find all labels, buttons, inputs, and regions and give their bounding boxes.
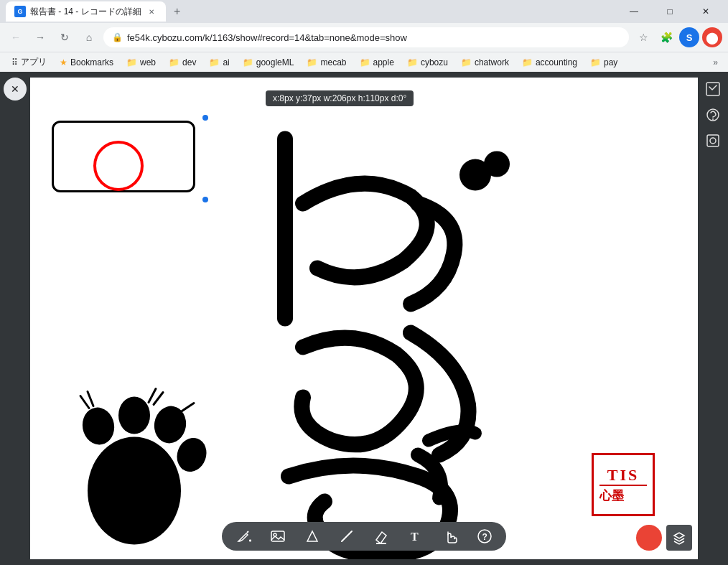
svg-line-17 (342, 531, 352, 541)
bookmark-apple[interactable]: 📁 apple (354, 55, 400, 70)
bookmark-label: mecab (320, 57, 346, 67)
hand-tool[interactable] (440, 526, 460, 546)
minimize-button[interactable]: — (617, 0, 650, 23)
window-controls: — □ ✕ (617, 0, 722, 23)
bookmark-label: アプリ (21, 56, 47, 68)
tooltip: x:8px y:37px w:206px h:110px d:0° (266, 90, 414, 106)
record-button[interactable] (636, 525, 662, 551)
tooltip-text: x:8px y:37px w:206px h:110px d:0° (273, 93, 406, 103)
title-bar: G 報告書 - 14 - レコードの詳細 ✕ + — □ ✕ (0, 0, 728, 23)
right-tool-1[interactable] (701, 78, 724, 101)
extensions-button[interactable]: 🧩 (656, 27, 676, 47)
svg-line-9 (154, 393, 163, 405)
new-tab-button[interactable]: + (169, 3, 186, 20)
svg-line-6 (80, 396, 89, 408)
bookmark-chatwork[interactable]: 📁 chatwork (455, 55, 515, 70)
svg-point-27 (710, 138, 716, 144)
line-tool[interactable] (337, 526, 357, 546)
reload-button[interactable]: ↻ (55, 27, 75, 47)
tab-close-button[interactable]: ✕ (146, 6, 157, 17)
svg-point-1 (484, 151, 510, 177)
address-bar-actions: ☆ 🧩 S ⬤ (633, 27, 722, 47)
bookmark-ai[interactable]: 📁 ai (203, 55, 235, 70)
folder-icon: 📁 (407, 57, 418, 67)
bookmark-googleml[interactable]: 📁 googleML (237, 55, 300, 70)
bookmark-dev[interactable]: 📁 dev (163, 55, 202, 70)
forward-button[interactable]: → (30, 27, 50, 47)
eraser-tool[interactable] (371, 526, 391, 546)
bookmark-bookmarks[interactable]: ★ Bookmarks (54, 55, 119, 70)
bookmark-label: googleML (256, 57, 294, 67)
pen-add-tool[interactable] (233, 526, 253, 546)
tab-title: 報告書 - 14 - レコードの詳細 (30, 6, 141, 18)
folder-icon: 📁 (590, 57, 601, 67)
layers-button[interactable] (666, 525, 692, 551)
home-button[interactable]: ⌂ (79, 27, 99, 47)
bookmark-web[interactable]: 📁 web (121, 55, 162, 70)
text-tool[interactable]: T (406, 526, 426, 546)
close-button[interactable]: ✕ (689, 0, 722, 23)
svg-rect-26 (707, 135, 719, 146)
maximize-button[interactable]: □ (653, 0, 686, 23)
profile-button[interactable]: S (679, 27, 699, 47)
bookmark-label: dev (182, 57, 196, 67)
bookmark-label: cybozu (421, 57, 448, 67)
bookmark-label: Bookmarks (70, 57, 113, 67)
folder-icon: 📁 (126, 57, 137, 67)
bookmark-accounting[interactable]: 📁 accounting (516, 55, 583, 70)
bookmark-label: pay (604, 57, 617, 67)
drawing-toolbar: T ? (222, 522, 506, 551)
tab-favicon: G (14, 6, 26, 17)
svg-text:?: ? (482, 532, 487, 542)
stamp-line2: 心墨 (599, 485, 647, 504)
folder-icon: 📁 (522, 57, 533, 67)
svg-line-12 (247, 531, 248, 533)
svg-line-7 (88, 392, 93, 406)
right-tool-3[interactable] (701, 129, 724, 152)
left-sidebar: ✕ (0, 72, 30, 565)
right-tool-2[interactable] (701, 103, 724, 126)
back-button[interactable]: ← (6, 27, 26, 47)
folder-icon: 📁 (461, 57, 472, 67)
browser-tab[interactable]: G 報告書 - 14 - レコードの詳細 ✕ (6, 1, 166, 22)
bookmark-label: apple (373, 57, 394, 67)
folder-icon: 📁 (169, 57, 179, 67)
notifications-button[interactable]: ⬤ (702, 27, 722, 47)
stamp-line1: TIS (607, 466, 639, 485)
image-tool[interactable] (268, 526, 288, 546)
svg-line-10 (181, 403, 194, 412)
folder-icon: 📁 (209, 57, 220, 67)
shape-tool[interactable] (302, 526, 322, 546)
svg-text:T: T (411, 531, 419, 543)
browser-content: ✕ (0, 72, 728, 565)
bookmark-label: ai (223, 57, 229, 67)
bookmarks-more-button[interactable]: » (709, 55, 722, 70)
star-icon: ★ (60, 57, 67, 67)
address-bar: ← → ↻ ⌂ 🔒 fe54k.cybozu.com/k/1163/show#r… (0, 23, 728, 52)
lock-icon: 🔒 (112, 32, 123, 42)
address-input[interactable]: 🔒 fe54k.cybozu.com/k/1163/show#record=14… (103, 27, 629, 47)
title-bar-left: G 報告書 - 14 - レコードの詳細 ✕ + (6, 1, 617, 22)
url-text: fe54k.cybozu.com/k/1163/show#record=14&t… (127, 32, 620, 43)
bookmark-mecab[interactable]: 📁 mecab (301, 55, 352, 70)
svg-point-4 (118, 397, 150, 434)
bookmark-star-button[interactable]: ☆ (633, 27, 653, 47)
apps-icon: ⠿ (11, 57, 18, 67)
canvas-area[interactable]: TIS 心墨 T (30, 78, 698, 559)
bookmark-label: chatwork (475, 57, 509, 67)
svg-point-25 (712, 118, 714, 120)
help-tool[interactable]: ? (475, 526, 495, 546)
bookmark-apps[interactable]: ⠿ アプリ (6, 54, 52, 70)
close-canvas-button[interactable]: ✕ (4, 78, 27, 101)
bookmark-cybozu[interactable]: 📁 cybozu (401, 55, 454, 70)
bookmark-label: web (140, 57, 156, 67)
tis-stamp: TIS 心墨 (592, 453, 655, 516)
folder-icon: 📁 (360, 57, 370, 67)
bookmarks-bar: ⠿ アプリ ★ Bookmarks 📁 web 📁 dev 📁 ai 📁 goo… (0, 52, 728, 72)
folder-icon: 📁 (307, 57, 317, 67)
right-sidebar (698, 72, 728, 565)
bookmark-pay[interactable]: 📁 pay (584, 55, 623, 70)
svg-point-3 (80, 405, 117, 447)
folder-icon: 📁 (243, 57, 253, 67)
bookmark-label: accounting (536, 57, 577, 67)
